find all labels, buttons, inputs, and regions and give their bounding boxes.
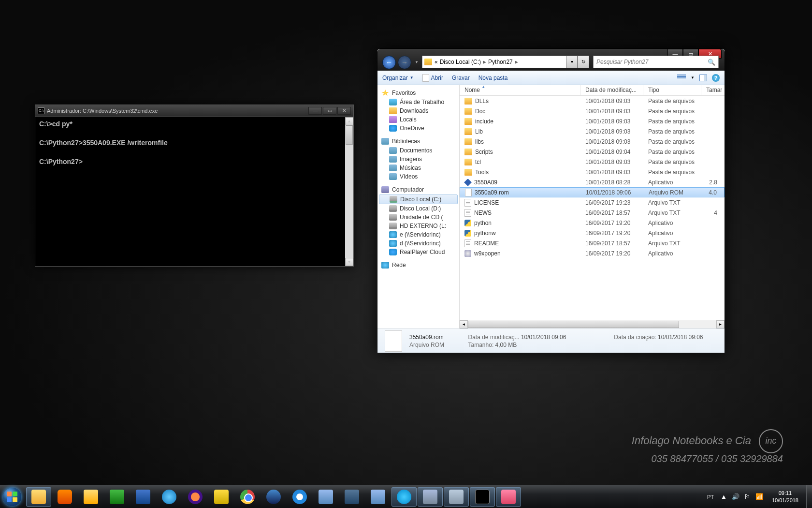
taskbar-app[interactable]: [365, 487, 391, 507]
close-button[interactable]: ✕: [337, 107, 351, 115]
breadcrumb-item[interactable]: Python27: [488, 59, 513, 65]
sidebar-item[interactable]: e (\\Servidorinc): [377, 230, 459, 239]
file-list[interactable]: Nome ▲ Data de modificaç... Tipo Tamar D…: [460, 85, 725, 329]
file-row[interactable]: Tools10/01/2018 09:03Pasta de arquivos: [460, 167, 725, 177]
scroll-thumb[interactable]: [468, 321, 679, 328]
file-row[interactable]: LICENSE16/09/2017 19:23Arquivo TXT: [460, 197, 725, 208]
new-folder-button[interactable]: Nova pasta: [478, 75, 508, 81]
breadcrumb-item[interactable]: Disco Local (C:): [440, 59, 481, 65]
scroll-down-button[interactable]: ▼: [345, 258, 353, 266]
taskbar-app-thunderbird[interactable]: [261, 487, 286, 507]
volume-icon[interactable]: 🔊: [732, 493, 740, 500]
sidebar-item[interactable]: Locais: [377, 115, 459, 124]
sidebar-item[interactable]: OneDrive: [377, 124, 459, 133]
computer-header[interactable]: Computador: [377, 185, 459, 194]
burn-button[interactable]: Gravar: [452, 75, 470, 81]
sidebar-item[interactable]: Disco Local (C:): [379, 194, 458, 204]
taskbar-app-excel[interactable]: [104, 487, 130, 507]
file-row[interactable]: tcl10/01/2018 09:03Pasta de arquivos: [460, 157, 725, 167]
taskbar-app-ie[interactable]: [157, 487, 182, 507]
file-row[interactable]: Scripts10/01/2018 09:04Pasta de arquivos: [460, 147, 725, 157]
libraries-header[interactable]: Bibliotecas: [377, 136, 459, 146]
column-type[interactable]: Tipo: [643, 85, 701, 95]
taskbar-app-explorer[interactable]: [26, 487, 51, 507]
scroll-right-button[interactable]: ►: [716, 320, 725, 329]
sidebar-item[interactable]: Vídeos: [377, 172, 459, 181]
file-row[interactable]: w9xpopen16/09/2017 19:20Aplicativo: [460, 248, 725, 258]
language-indicator[interactable]: PT: [705, 494, 716, 500]
file-row[interactable]: 3550a09.rom10/01/2018 09:06Arquivo ROM4.…: [460, 187, 725, 197]
system-tray[interactable]: PT ▲ 🔊 🏳 📶 09:11 10/01/2018: [701, 485, 806, 508]
search-field[interactable]: [596, 59, 708, 65]
file-row[interactable]: NEWS16/09/2017 18:57Arquivo TXT4: [460, 208, 725, 218]
file-row[interactable]: 3550A0910/01/2018 08:28Aplicativo2.8: [460, 177, 725, 187]
column-name[interactable]: Nome ▲: [460, 85, 580, 95]
sidebar-item[interactable]: Imagens: [377, 155, 459, 164]
file-row[interactable]: Lib10/01/2018 09:03Pasta de arquivos: [460, 126, 725, 136]
chevron-right-icon[interactable]: ▶: [515, 60, 518, 64]
minimize-button[interactable]: —: [308, 107, 322, 115]
file-row[interactable]: libs10/01/2018 09:03Pasta de arquivos: [460, 136, 725, 147]
network-header[interactable]: Rede: [377, 260, 459, 270]
help-button[interactable]: ?: [712, 74, 720, 82]
tray-expand-button[interactable]: ▲: [721, 493, 727, 500]
refresh-button[interactable]: ↻: [578, 56, 589, 68]
taskbar-app-calc[interactable]: [444, 487, 469, 507]
taskbar-app-cmd[interactable]: [470, 487, 495, 507]
sidebar-item[interactable]: Disco Local (D:): [377, 204, 459, 213]
maximize-button[interactable]: ▭: [323, 107, 336, 115]
flag-icon[interactable]: 🏳: [744, 493, 751, 500]
taskbar-app[interactable]: [209, 487, 234, 507]
sidebar-item[interactable]: HD EXTERNO (L:: [377, 222, 459, 230]
file-row[interactable]: include10/01/2018 09:03Pasta de arquivos: [460, 116, 725, 126]
sidebar-item[interactable]: Área de Trabalho: [377, 98, 459, 106]
file-row[interactable]: python16/09/2017 19:20Aplicativo: [460, 218, 725, 228]
organize-menu[interactable]: Organizar ▼: [382, 75, 414, 81]
taskbar-app-outlook[interactable]: [78, 487, 103, 507]
favorites-header[interactable]: Favoritos: [377, 88, 459, 98]
network-icon[interactable]: 📶: [755, 493, 763, 500]
sidebar-item[interactable]: Downloads: [377, 106, 459, 115]
nav-back-button[interactable]: ←: [382, 56, 396, 69]
nav-forward-button[interactable]: →: [398, 56, 411, 69]
file-row[interactable]: Doc10/01/2018 09:03Pasta de arquivos: [460, 106, 725, 116]
column-date[interactable]: Data de modificaç...: [580, 85, 643, 95]
chevron-right-icon[interactable]: ▶: [483, 60, 486, 64]
file-row[interactable]: README16/09/2017 18:57Arquivo TXT: [460, 238, 725, 248]
taskbar-app-wmp[interactable]: [52, 487, 77, 507]
taskbar-app-skype[interactable]: [392, 487, 417, 507]
taskbar-app[interactable]: [339, 487, 364, 507]
taskbar-app[interactable]: [313, 487, 338, 507]
preview-pane-button[interactable]: [699, 75, 707, 81]
taskbar-app-snip[interactable]: [496, 487, 521, 507]
address-bar[interactable]: « Disco Local (C:) ▶ Python27 ▶: [422, 56, 580, 68]
taskbar[interactable]: PT ▲ 🔊 🏳 📶 09:11 10/01/2018: [0, 485, 812, 508]
open-button[interactable]: Abrir: [422, 74, 443, 82]
sidebar-item[interactable]: Documentos: [377, 146, 459, 155]
cmd-scrollbar[interactable]: ▲ ▼: [345, 117, 353, 266]
scroll-up-button[interactable]: ▲: [345, 117, 353, 125]
file-row[interactable]: pythonw16/09/2017 19:20Aplicativo: [460, 228, 725, 238]
cmd-window[interactable]: C:\ Administrador: C:\Windows\System32\c…: [35, 105, 354, 267]
scroll-thumb[interactable]: [346, 125, 353, 145]
address-dropdown-button[interactable]: ▾: [566, 56, 578, 68]
taskbar-app-chrome[interactable]: [235, 487, 260, 507]
cmd-titlebar[interactable]: C:\ Administrador: C:\Windows\System32\c…: [35, 105, 353, 117]
taskbar-app[interactable]: [418, 487, 443, 507]
taskbar-app-word[interactable]: [130, 487, 156, 507]
sidebar-item[interactable]: d (\\Servidorinc): [377, 239, 459, 248]
column-size[interactable]: Tamar: [701, 85, 725, 95]
start-button[interactable]: [0, 485, 24, 508]
explorer-window[interactable]: — ▭ ✕ ← → ▼ « Disco Local (C:) ▶ Python2…: [377, 48, 725, 353]
sidebar-item[interactable]: RealPlayer Cloud: [377, 248, 459, 256]
taskbar-app-firefox[interactable]: [183, 487, 208, 507]
nav-history-dropdown[interactable]: ▼: [413, 58, 420, 67]
scroll-left-button[interactable]: ◄: [460, 320, 468, 329]
search-input[interactable]: 🔍: [593, 56, 719, 68]
sidebar-item[interactable]: Músicas: [377, 164, 459, 172]
cmd-output[interactable]: C:\>cd py* C:\Python27>3550A09.EXE /writ…: [35, 117, 353, 266]
view-options-button[interactable]: [677, 75, 686, 81]
navigation-pane[interactable]: Favoritos Área de Trabalho Downloads Loc…: [377, 85, 460, 329]
taskbar-app-teamviewer[interactable]: [287, 487, 312, 507]
horizontal-scrollbar[interactable]: ◄ ►: [460, 320, 725, 329]
